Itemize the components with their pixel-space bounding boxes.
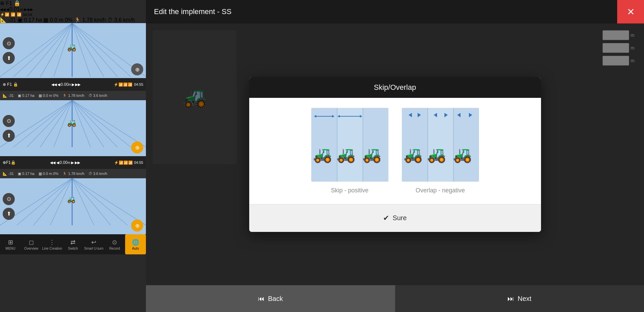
nav-arrows-1: ◀◀ ◀ 0.01m ▶ ▶▶ [0,6,146,12]
left-map-panel: ⊕ F1 🔒 ◀◀ ◀ 0.01m ▶ ▶▶ ⚡📶 📶 📶 04:54 � [0,0,146,312]
sure-button[interactable]: ✔ Sure [370,210,420,227]
svg-line-20 [72,100,117,147]
svg-text:🚜: 🚜 [67,43,76,52]
video-btn-1[interactable]: ⊙ [3,37,15,49]
svg-text:🚜: 🚜 [427,145,446,164]
side-controls-3: ⊙ ⬆ [3,193,15,220]
speed-badge-1: 0.01m [9,6,23,12]
overlap-label: Overlap - negative [416,187,465,194]
map-section-2: ⊕ F1 🔒 ◀◀ ◀ 0.00m ▶ ▶▶ ⚡📶📶📶 04:55 📐 -31▣… [0,78,146,156]
line-creation-icon: ⋮ [49,239,55,246]
status-icons-2: ⚡📶📶📶 04:55 [114,82,143,87]
stats-bar-2: 📐 -31▣ 0.17 ha▦ 0.0 m 0%🏃 1.78 km/h⏱ 3.6… [0,91,146,100]
svg-text:🚜: 🚜 [453,145,472,164]
next-label: Next [518,295,531,303]
gps-icon-2: ⊕ [3,82,6,87]
nav-record-label: Record [109,247,120,250]
skip-diagram-container: 🚜 🚜 🚜 Skip - positive [311,108,388,194]
dist2-1: ▦ 0.0 m 0% [43,17,72,23]
svg-line-13 [13,100,72,147]
menu-icon: ⊞ [8,239,13,246]
bottom-action-bar: ⏮ Back ⏭ Next [146,285,644,312]
stats-bar-3: 📐 -31▣ 0.17 ha▦ 0.0 m 0%🏃 1.78 km/h⏱ 3.6… [0,169,146,178]
modal-overlay: Skip/Overlap [146,23,644,285]
f1-label: F1 [6,0,12,6]
nav-auto-label: Auto [132,247,139,250]
modal-footer: ✔ Sure [249,204,541,232]
corner-btn-2[interactable]: ⊕ [131,141,143,153]
video-btn-3[interactable]: ⊙ [3,193,15,205]
svg-text:🚜: 🚜 [336,145,356,164]
svg-line-26 [34,178,72,225]
smart-uturn-icon: ↩ [91,239,96,246]
overview-icon: ◻ [29,239,34,246]
nav-btn-2[interactable]: ⬆ [3,130,15,142]
back-label: Back [268,295,283,303]
skip-label: Skip - positive [331,187,368,194]
svg-text:🚜: 🚜 [67,118,76,127]
top-bar-3: ⊕F1🔒 ◀◀ ◀ 0.00m ▶ ▶▶ ⚡📶📶📶 04:55 [0,156,146,169]
svg-line-2 [27,23,72,77]
gps-info-1: ⊕ F1 🔒 [0,0,146,6]
close-icon: ✕ [627,6,635,17]
svg-rect-52 [453,108,479,182]
status-icons-1: ⚡📶 📶 📶 04:54 [0,12,146,17]
svg-line-30 [72,178,111,225]
modal-content: 🚜 🚜 🚜 Skip - positive [249,98,541,204]
next-icon: ⏭ [507,295,514,303]
svg-line-8 [72,23,117,77]
back-button[interactable]: ⏮ Back [146,285,395,312]
svg-rect-38 [363,108,388,182]
map-canvas-3: 🚜 ⊙ ⬆ ⊕ [0,178,146,234]
map-canvas-2: 🚜 ⊙ ⬆ ⊕ [0,100,146,156]
nav-menu[interactable]: ⊞ MENU [0,234,21,254]
right-panel: Edit the implement - SS ✕ 🚜 m m m Skip/O… [146,0,644,312]
skip-diagram-svg: 🚜 🚜 🚜 [311,108,388,182]
gps-icon: ⊕ [0,0,4,6]
nav-record[interactable]: ⊙ Record [104,234,125,254]
nav-overview[interactable]: ◻ Overview [21,234,42,254]
corner-btn-1[interactable]: ⊕ [131,63,143,75]
nav-btn-3[interactable]: ⬆ [3,208,15,220]
stats-bar-1: 📐 -31 ▣ 0.17 ha ▦ 0.0 m 0% 🏃 1.78 km/h ⏱… [0,17,146,23]
nav-auto[interactable]: 🌐 Auto [125,234,146,254]
side-controls-1: ⊙ ⬆ [3,37,15,64]
svg-line-21 [72,100,131,147]
nav-smart-uturn-label: Smart U-turn [84,247,103,250]
dialog-title: Edit the implement - SS [154,7,231,16]
svg-line-9 [72,23,131,77]
svg-text:🚜: 🚜 [313,145,332,164]
f1-label-2: F1 [7,82,12,87]
map-canvas-1: 🚜 ⊙ ⬆ ⊕ [0,23,146,78]
gps-info-3: ⊕F1🔒 [3,160,16,165]
svg-text:🚜: 🚜 [67,195,75,203]
next-button[interactable]: ⏭ Next [395,285,644,312]
checkmark-icon: ✔ [383,214,389,223]
dist1-1: ▣ 0.17 ha [17,17,42,23]
svg-rect-37 [311,108,337,182]
gps-info-2: ⊕ F1 🔒 [3,82,18,87]
top-bar-1: ⊕ F1 🔒 ◀◀ ◀ 0.01m ▶ ▶▶ ⚡📶 📶 📶 04:54 [0,0,146,17]
video-btn-2[interactable]: ⊙ [3,115,15,127]
overlap-diagram-svg: 🚜 🚜 🚜 [402,108,479,182]
corner-btn-3[interactable]: ⊕ [131,220,143,232]
switch-icon: ⇄ [70,239,75,246]
nav-switch[interactable]: ⇄ Switch [62,234,83,254]
area-1: 📐 -31 [0,17,16,23]
modal-title: Skip/Overlap [249,77,541,98]
nav-menu-label: MENU [5,247,15,250]
top-bar-2: ⊕ F1 🔒 ◀◀ ◀ 0.00m ▶ ▶▶ ⚡📶📶📶 04:55 [0,78,146,91]
nav-smart-uturn[interactable]: ↩ Smart U-turn [84,234,104,254]
speed-badge-2: 0.00m [61,82,71,87]
map-section-3: ⊕F1🔒 ◀◀ ◀ 0.00m ▶ ▶▶ ⚡📶📶📶 04:55 📐 -31▣ 0… [0,156,146,234]
svg-text:🚜: 🚜 [362,145,382,164]
nav-overview-label: Overview [24,247,38,250]
side-controls-2: ⊙ ⬆ [3,115,15,142]
modal-box: Skip/Overlap [249,77,541,232]
close-button[interactable]: ✕ [617,0,644,23]
svg-text:🚜: 🚜 [404,145,423,164]
nav-line-creation[interactable]: ⋮ Line Creation [42,234,62,254]
svg-line-31 [72,178,127,225]
nav-btn-1[interactable]: ⬆ [3,52,15,64]
speed-badge-3: 0.00m [60,160,70,165]
